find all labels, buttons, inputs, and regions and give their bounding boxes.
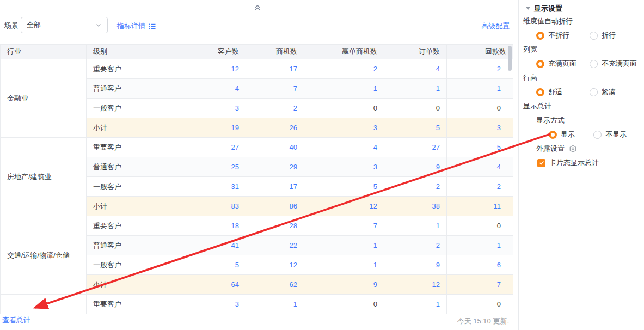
metric-value-link[interactable]: 2 xyxy=(373,65,377,73)
metric-value-link[interactable]: 25 xyxy=(231,163,239,171)
metric-value-link[interactable]: 2 xyxy=(497,65,501,73)
metric-value-link[interactable]: 1 xyxy=(373,261,377,269)
radio-selected-icon[interactable] xyxy=(536,60,544,68)
metric-value-link[interactable]: 7 xyxy=(497,280,501,289)
metric-value-link[interactable]: 4 xyxy=(373,143,377,151)
metric-value-link[interactable]: 4 xyxy=(436,65,440,73)
checkbox-checked-icon[interactable] xyxy=(537,159,545,167)
metric-value-link[interactable]: 12 xyxy=(370,202,377,210)
metric-value-link[interactable]: 41 xyxy=(231,241,239,249)
metric-value-link[interactable]: 64 xyxy=(231,280,239,289)
scene-select[interactable]: 全部 xyxy=(21,17,108,33)
radio-option[interactable]: 充满页面 xyxy=(536,59,590,69)
metric-detail-link[interactable]: 指标详情 xyxy=(117,21,156,31)
radio-option[interactable]: 显示 xyxy=(549,130,593,139)
metric-value-link[interactable]: 4 xyxy=(235,84,239,93)
radio-unselected-icon[interactable] xyxy=(593,131,602,139)
radio-selected-icon[interactable] xyxy=(549,131,557,139)
metric-value-link[interactable]: 26 xyxy=(290,124,297,132)
metric-value-link[interactable]: 3 xyxy=(235,104,239,112)
metric-value-link[interactable]: 18 xyxy=(231,222,239,230)
vertical-scrollbar-thumb[interactable] xyxy=(508,46,512,71)
gear-icon[interactable] xyxy=(568,144,578,154)
metric-value-link[interactable]: 6 xyxy=(497,261,501,269)
metric-value-link[interactable]: 27 xyxy=(432,143,440,151)
metric-value-link[interactable]: 1 xyxy=(373,241,377,249)
metric-value-link[interactable]: 83 xyxy=(231,202,239,210)
setting-label: 显示方式 xyxy=(522,113,644,127)
metric-value-link[interactable]: 5 xyxy=(235,261,239,269)
metric-value-link[interactable]: 5 xyxy=(497,143,501,151)
metric-value-link[interactable]: 28 xyxy=(290,222,297,230)
metric-value-link[interactable]: 31 xyxy=(231,182,239,191)
metric-value-link[interactable]: 5 xyxy=(373,182,377,191)
metric-value-link[interactable]: 9 xyxy=(373,280,377,289)
metric-value-link[interactable]: 2 xyxy=(436,241,440,249)
metric-value-link[interactable]: 27 xyxy=(231,143,239,151)
radio-unselected-icon[interactable] xyxy=(590,60,598,68)
metric-value-link[interactable]: 9 xyxy=(436,163,440,171)
metric-value-link[interactable]: 17 xyxy=(290,65,297,73)
radio-option[interactable]: 紧凑 xyxy=(590,87,643,97)
metric-value-link[interactable]: 1 xyxy=(436,300,440,308)
value-cell: 25 xyxy=(188,157,246,177)
radio-option[interactable]: 不充满页面 xyxy=(590,59,643,69)
radio-unselected-icon[interactable] xyxy=(590,88,598,96)
metric-value-link[interactable]: 86 xyxy=(290,202,297,210)
value-cell: 2 xyxy=(384,177,447,197)
metric-value-link[interactable]: 9 xyxy=(436,261,440,269)
card-total-checkbox-row[interactable]: 卡片态显示总计 xyxy=(522,156,644,170)
radio-option[interactable]: 不折行 xyxy=(536,30,590,40)
radio-option-label: 不显示 xyxy=(605,130,627,139)
radio-option[interactable]: 不显示 xyxy=(593,130,644,139)
metric-value-link[interactable]: 40 xyxy=(290,143,297,151)
radio-option[interactable]: 舒适 xyxy=(536,87,590,97)
metric-value-link[interactable]: 19 xyxy=(231,124,239,132)
collapse-panel-button[interactable] xyxy=(248,2,267,14)
metric-value-link[interactable]: 4 xyxy=(497,163,501,171)
radio-option[interactable]: 折行 xyxy=(590,30,643,40)
metric-value-link[interactable]: 1 xyxy=(436,222,440,230)
radio-selected-icon[interactable] xyxy=(536,88,544,96)
radio-group: 舒适紧凑 xyxy=(522,85,644,99)
metric-value-link[interactable]: 17 xyxy=(290,182,297,191)
metric-value-link[interactable]: 2 xyxy=(293,104,297,112)
metric-value-link[interactable]: 38 xyxy=(432,202,440,210)
metric-value-link[interactable]: 7 xyxy=(293,84,297,93)
metric-value-link[interactable]: 29 xyxy=(290,163,297,171)
metric-value: 0 xyxy=(497,222,501,230)
metric-value-link[interactable]: 12 xyxy=(231,65,239,73)
metric-value-link[interactable]: 1 xyxy=(293,300,297,308)
metric-value-link[interactable]: 1 xyxy=(497,241,501,249)
metric-value: 0 xyxy=(436,104,440,112)
metric-value-link[interactable]: 3 xyxy=(373,124,377,132)
value-cell: 2 xyxy=(384,236,447,255)
advanced-config-link[interactable]: 高级配置 xyxy=(481,21,510,31)
metric-value-link[interactable]: 1 xyxy=(436,84,440,93)
metric-value-link[interactable]: 11 xyxy=(494,202,501,210)
expose-settings-label: 外露设置 xyxy=(536,142,565,156)
metric-value-link[interactable]: 22 xyxy=(290,241,297,249)
value-cell: 7 xyxy=(304,216,384,236)
radio-selected-icon[interactable] xyxy=(536,32,544,40)
metric-value-link[interactable]: 7 xyxy=(373,222,377,230)
card-total-checkbox-label: 卡片态显示总计 xyxy=(549,158,599,168)
metric-value-link[interactable]: 1 xyxy=(497,84,501,93)
metric-value: 0 xyxy=(497,300,501,308)
metric-value-link[interactable]: 12 xyxy=(290,261,297,269)
metric-value-link[interactable]: 3 xyxy=(235,300,239,308)
value-cell: 12 xyxy=(188,59,246,79)
metric-value-link[interactable]: 2 xyxy=(497,182,501,191)
view-total-link[interactable]: 查看总计 xyxy=(2,315,30,325)
metric-value-link[interactable]: 62 xyxy=(290,280,297,289)
radio-unselected-icon[interactable] xyxy=(590,32,598,40)
metric-value-link[interactable]: 3 xyxy=(497,124,501,132)
panel-collapse-header[interactable]: 显示设置 xyxy=(522,3,644,14)
value-cell: 18 xyxy=(188,216,246,236)
scene-label: 场景 xyxy=(4,21,19,30)
metric-value-link[interactable]: 2 xyxy=(436,182,440,191)
metric-value-link[interactable]: 5 xyxy=(436,124,440,132)
metric-value-link[interactable]: 1 xyxy=(373,84,377,93)
metric-value-link[interactable]: 12 xyxy=(432,280,440,289)
metric-value-link[interactable]: 3 xyxy=(373,163,377,171)
